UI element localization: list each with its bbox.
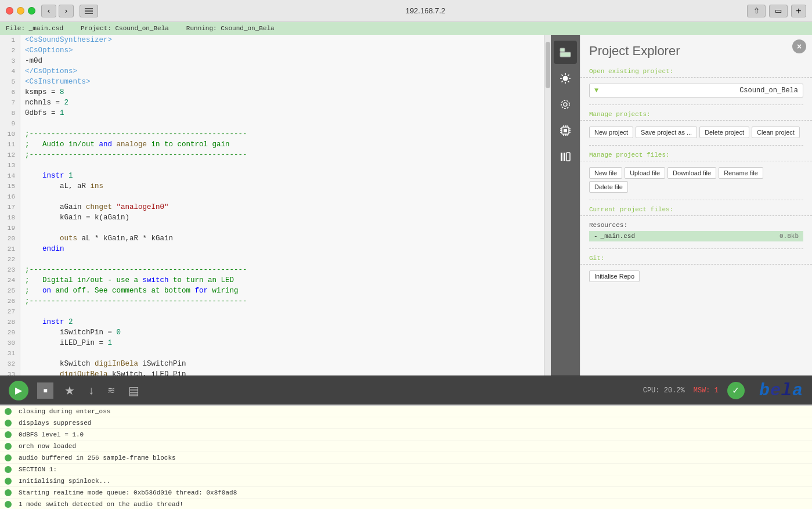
file-size: 0.8kb — [779, 233, 799, 240]
upload-file-button[interactable]: Upload file — [625, 167, 665, 179]
table-row: 23;-------------------------------------… — [0, 265, 544, 275]
split-button[interactable]: ▭ — [769, 5, 788, 17]
table-row: 11; Audio in/out and analoge in to contr… — [0, 139, 544, 150]
console-text: Starting realtime mode queue: 0xb536d010… — [16, 488, 239, 497]
list-item: 1 mode switch detected on the audio thre… — [0, 499, 812, 509]
svg-rect-17 — [564, 129, 567, 132]
waveform-button[interactable]: ≋ — [105, 382, 117, 398]
resources-container: Resources: - _main.csd 0.8kb — [580, 219, 812, 246]
manage-file-buttons: New file Upload file Download file Renam… — [580, 165, 812, 197]
table-row: 27 — [0, 306, 544, 317]
file-name: _main.csd — [601, 233, 779, 240]
new-file-button[interactable]: New file — [589, 167, 622, 179]
infobar-running: Running: Csound_on_Bela — [186, 25, 275, 32]
console-text: closing during enter_oss — [16, 407, 113, 416]
download-file-button[interactable]: Download file — [667, 167, 716, 179]
sidebar-icon-library[interactable] — [554, 145, 577, 168]
infobar-project: Project: Csound_on_Bela — [81, 25, 169, 32]
editor-scrollbar[interactable] — [544, 35, 551, 376]
console-bullet — [5, 431, 12, 438]
list-item: closing during enter_oss — [0, 406, 812, 417]
sidebar — [551, 35, 580, 376]
maximize-button[interactable] — [28, 7, 35, 15]
table-row: 10;-------------------------------------… — [0, 129, 544, 139]
delete-file-button[interactable]: Delete file — [589, 181, 628, 193]
msw-status: MSW: 1 — [694, 387, 719, 395]
sidebar-icon-settings[interactable] — [554, 93, 577, 116]
list-item: Initialising spinlock... — [0, 475, 812, 487]
back-button[interactable]: ‹ — [41, 5, 56, 17]
sidebar-icon-explorer[interactable] — [554, 41, 577, 64]
toolbar: ▶ ■ ★ ↓ ≋ ▤ CPU: 20.2% MSW: 1 ✓ bela — [0, 376, 812, 405]
run-button[interactable]: ▶ — [9, 381, 28, 400]
bookmark-button[interactable]: ★ — [62, 381, 77, 400]
project-dropdown[interactable]: ▼ Csound_on_Bela — [589, 84, 803, 98]
sidebar-icon-light[interactable] — [554, 67, 577, 90]
console-text: SECTION 1: — [16, 465, 59, 474]
tab-button[interactable] — [80, 5, 98, 17]
table-row: 16 — [0, 192, 544, 202]
rename-file-button[interactable]: Rename file — [719, 167, 763, 179]
svg-line-12 — [568, 75, 569, 76]
new-tab-button[interactable]: + — [791, 5, 806, 17]
list-item: SECTION 1: — [0, 464, 812, 475]
table-row: 14 instr 1 — [0, 171, 544, 181]
stop-button[interactable]: ■ — [37, 382, 53, 399]
svg-rect-4 — [560, 52, 571, 57]
git-label: Git: — [580, 251, 812, 265]
svg-rect-0 — [85, 8, 93, 9]
console-bullet — [5, 501, 12, 508]
list-item: orch now loaded — [0, 441, 812, 452]
run-icon: ▶ — [15, 385, 22, 396]
close-panel-button[interactable]: × — [792, 39, 806, 53]
console-bullet — [5, 478, 12, 485]
save-project-button[interactable]: Save project as ... — [636, 127, 697, 138]
table-row: 28 instr 2 — [0, 317, 544, 327]
svg-rect-2 — [85, 13, 93, 14]
sidebar-icon-cpu[interactable] — [554, 119, 577, 142]
table-row: 6ksmps = 8 — [0, 87, 544, 98]
table-row: 19 — [0, 223, 544, 233]
table-row: 26;-------------------------------------… — [0, 296, 544, 306]
new-project-button[interactable]: New project — [589, 127, 633, 138]
delete-project-button[interactable]: Delete project — [699, 127, 749, 138]
minimize-button[interactable] — [17, 7, 24, 15]
share-button[interactable]: ⇧ — [747, 5, 766, 17]
url-bar[interactable]: 192.168.7.2 — [104, 6, 747, 15]
console-bullet — [5, 443, 12, 450]
console-bullet — [5, 454, 12, 461]
console-bullet — [5, 489, 12, 496]
initialise-repo-button[interactable]: Initialise Repo — [589, 270, 640, 282]
editor-area: 1<CsSoundSynthesizer> 2<CsOptions> 3-m0d… — [0, 35, 551, 376]
svg-point-5 — [563, 76, 568, 81]
download-button[interactable]: ↓ — [86, 381, 96, 399]
scrollbar-thumb[interactable] — [546, 42, 550, 88]
list-item: displays suppressed — [0, 417, 812, 429]
file-dash: - — [594, 233, 598, 240]
list-item: 0dBFS level = 1.0 — [0, 429, 812, 441]
svg-line-10 — [562, 75, 563, 76]
cpu-status: CPU: 20.2% — [643, 387, 685, 395]
console-bullet — [5, 466, 12, 473]
table-row: 12;-------------------------------------… — [0, 150, 544, 160]
dropdown-arrow: ▼ — [594, 86, 598, 95]
clean-project-button[interactable]: Clean project — [752, 127, 800, 138]
titlebar-right-controls: ⇧ ▭ + — [747, 5, 806, 17]
forward-button[interactable]: › — [59, 5, 74, 17]
svg-rect-3 — [560, 48, 565, 52]
code-editor[interactable]: 1<CsSoundSynthesizer> 2<CsOptions> 3-m0d… — [0, 35, 544, 376]
list-item: Starting realtime mode queue: 0xb536d010… — [0, 487, 812, 499]
terminal-button[interactable]: ▤ — [126, 381, 142, 400]
table-row: 22 — [0, 254, 544, 265]
svg-rect-32 — [566, 153, 570, 161]
svg-line-13 — [562, 81, 563, 82]
table-row: 5<CsInstruments> — [0, 77, 544, 87]
table-row: 20 outs aL * kGain,aR * kGain — [0, 233, 544, 244]
table-row: 3-m0d — [0, 56, 544, 66]
table-row: 7nchnls = 2 — [0, 98, 544, 108]
close-button[interactable] — [6, 7, 13, 15]
table-row: 25; on and off. See comments at bottom f… — [0, 286, 544, 296]
console-text: orch now loaded — [16, 442, 78, 451]
file-row[interactable]: - _main.csd 0.8kb — [589, 231, 803, 241]
table-row: 30 iLED_Pin = 1 — [0, 338, 544, 348]
